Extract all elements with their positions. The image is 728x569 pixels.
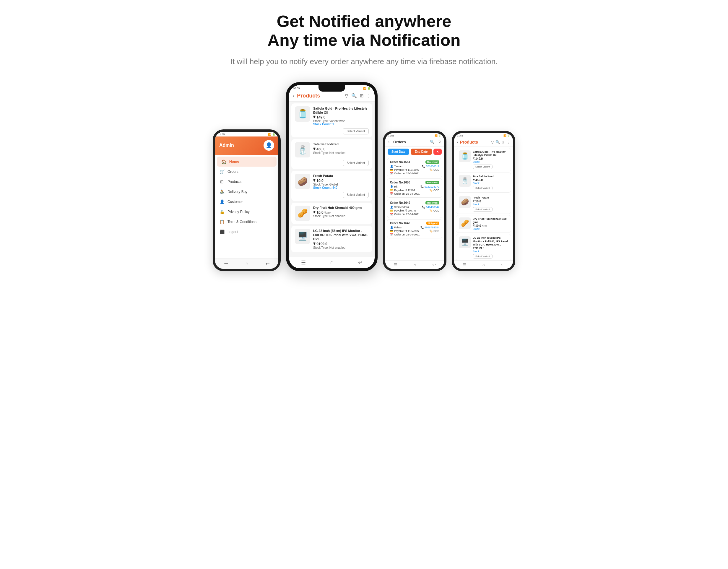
product-info-3: Fresh Potato ₹ 10.0 Stock Type: Global S… xyxy=(313,174,369,189)
nav-item-home[interactable]: 🏠 Home xyxy=(217,157,277,167)
right-select-btn-2[interactable]: Select Varient xyxy=(473,186,493,190)
orders-icon: 🛒 xyxy=(219,169,225,174)
end-date-btn[interactable]: End Date xyxy=(411,149,432,155)
order-number-1651: Order No.1651 xyxy=(390,160,410,164)
right-product-2: 🧂 Tata Salt Iodized ₹ 450.0 Stock: Selec… xyxy=(456,173,511,193)
back-icon-orders[interactable]: ↩ xyxy=(432,262,436,267)
right-back-icon[interactable]: ‹ xyxy=(457,140,458,144)
product-card-1: 🫙 Saffola Gold - Pro Healthy Lifestyle E… xyxy=(291,103,372,138)
right-select-btn-1[interactable]: Select Varient xyxy=(473,165,493,169)
page-container: Get Notified anywhere Any time via Notif… xyxy=(182,12,546,271)
customer-1651: Yaman xyxy=(394,165,402,168)
product-img-1: 🫙 xyxy=(295,106,310,122)
center-product-list: 🫙 Saffola Gold - Pro Healthy Lifestyle E… xyxy=(289,103,375,252)
hero-title: Get Notified anywhere Any time via Notif… xyxy=(182,12,546,50)
menu-icon-right[interactable]: ☰ xyxy=(462,262,466,267)
right-product-img-1: 🫙 xyxy=(459,150,471,162)
right-product-stock-3: Stock: xyxy=(473,203,508,206)
phone-1650[interactable]: 9122124270 xyxy=(425,185,439,188)
order-card-1651: Order No.1651 Received 👤Yaman 📞571656511… xyxy=(387,158,442,177)
order-number-1648: Order No.1648 xyxy=(390,222,410,225)
back-bottom-icon[interactable]: ↩ xyxy=(358,259,363,266)
order-card-1648: Order No.1648 Shipped 👤Faizan 📞995678425… xyxy=(387,219,442,238)
right-product-info-2: Tata Salt Iodized ₹ 450.0 Stock: Select … xyxy=(473,175,508,190)
nav-item-customer[interactable]: 👤 Customer xyxy=(215,197,278,207)
product-stock-type-4: Stock Type: Not enabled xyxy=(313,214,369,218)
left-phone: 11:55 📶 🔋 Admin 👤 🏠 Home 🛒 Orders ⊞ Pr xyxy=(213,129,281,271)
search-icon[interactable]: 🔍 xyxy=(351,93,357,98)
product-name-2: Tata Salt Iodized xyxy=(313,142,369,146)
right-product-price-4: ₹ 10.0 ₹280 xyxy=(473,224,508,227)
product-img-3: 🥔 xyxy=(295,174,310,189)
filter-icon[interactable]: ▽ xyxy=(345,93,348,98)
product-img-4: 🥜 xyxy=(295,206,310,221)
back-icon[interactable]: ↩ xyxy=(266,261,269,266)
customer-1650: Rk xyxy=(394,185,397,188)
back-arrow-icon[interactable]: ‹ xyxy=(293,93,294,98)
nav-item-privacy[interactable]: 🔒 Privacy Policy xyxy=(215,207,278,217)
right-product-name-3: Fresh Potato xyxy=(473,196,508,200)
left-nav-list: 🏠 Home 🛒 Orders ⊞ Products 🚴 Delivery Bo… xyxy=(215,155,278,239)
privacy-icon: 🔒 xyxy=(219,209,225,214)
home-bottom-center-icon[interactable]: ⌂ xyxy=(330,259,334,266)
start-date-btn[interactable]: Start Date xyxy=(388,149,409,155)
orders-app-bar: ‹ Orders 🔍 ▽ xyxy=(385,138,444,147)
product-stock-type-3: Stock Type: Global xyxy=(313,183,369,186)
payment-1648: COD xyxy=(433,230,439,233)
right-app-bar: ‹ Products ▽ 🔍 ⊞ ⋮ xyxy=(454,138,513,147)
home-bottom-icon[interactable]: ⌂ xyxy=(246,261,248,266)
left-bottom-bar: ☰ ⌂ ↩ xyxy=(215,258,278,269)
select-variant-btn-2[interactable]: Select Varient xyxy=(343,160,369,166)
right-product-price-5: ₹ 9199.0 xyxy=(473,247,508,250)
right-product-img-3: 🥔 xyxy=(459,196,471,208)
nav-item-orders[interactable]: 🛒 Orders xyxy=(215,167,278,177)
orders-status-bar: 11:55 📶 🔋 xyxy=(385,133,444,138)
orders-search-icon[interactable]: 🔍 xyxy=(430,140,434,144)
orders-filter-icon[interactable]: ▽ xyxy=(438,140,441,144)
terms-icon: 📋 xyxy=(219,220,225,224)
menu-bottom-icon[interactable]: ☰ xyxy=(301,259,306,266)
right-product-info-3: Fresh Potato ₹ 10.0 Stock: Select Varien… xyxy=(473,196,508,212)
phone-1651[interactable]: 571656511 xyxy=(426,165,439,168)
product-stock-type-1: Stock Type: Varient wise xyxy=(313,119,369,123)
select-variant-btn-3[interactable]: Select Varient xyxy=(343,192,369,198)
product-name-4: Dry Fruit Hub Khenaizi 400 gms xyxy=(313,206,369,210)
right-more-icon[interactable]: ⋮ xyxy=(506,140,510,144)
right-filter-icon[interactable]: ▽ xyxy=(491,140,494,144)
right-product-name-1: Saffola Gold - Pro Healthy Lifestyle Edi… xyxy=(473,150,508,157)
right-product-stock-2: Stock: xyxy=(473,182,508,185)
right-product-4: 🥜 Dry Fruit Hub Khenaizi 400 gms ₹ 10.0 … xyxy=(456,215,511,233)
order-badge-1651: Received xyxy=(425,160,439,164)
phone-1648[interactable]: 9956784254 xyxy=(425,226,439,229)
right-select-btn-5[interactable]: Select Varient xyxy=(473,254,493,259)
order-badge-1649: Received xyxy=(425,201,439,204)
phone-1649[interactable]: 546433344 xyxy=(426,206,439,209)
product-price-2: ₹ 450.0 xyxy=(313,147,369,151)
right-product-name-4: Dry Fruit Hub Khenaizi 400 gms xyxy=(473,217,508,224)
avatar: 👤 xyxy=(264,140,274,151)
home-icon-right[interactable]: ⌂ xyxy=(482,262,485,267)
nav-item-products[interactable]: ⊞ Products xyxy=(215,177,278,187)
customer-1648: Faizan xyxy=(394,226,402,229)
more-icon[interactable]: ⋮ xyxy=(367,93,371,98)
menu-icon[interactable]: ☰ xyxy=(224,261,228,266)
select-variant-btn-1[interactable]: Select Varient xyxy=(343,128,369,134)
orders-filter-row: Start Date End Date ✕ xyxy=(385,147,444,157)
back-icon-right[interactable]: ↩ xyxy=(501,262,505,267)
product-card-5: 🖥️ LG 22 inch (55cm) IPS Monitor - Full … xyxy=(291,226,372,252)
orders-back-icon[interactable]: ‹ xyxy=(388,140,389,144)
clear-filter-btn[interactable]: ✕ xyxy=(433,149,442,155)
right-status-bar: 11:55 📶 🔋 xyxy=(454,133,513,138)
grid-icon[interactable]: ⊞ xyxy=(360,93,364,98)
nav-item-delivery-boy[interactable]: 🚴 Delivery Boy xyxy=(215,187,278,197)
home-icon-orders[interactable]: ⌂ xyxy=(414,262,416,267)
nav-item-logout[interactable]: ⬛ Logout xyxy=(215,227,278,237)
product-info-5: LG 22 inch (55cm) IPS Monitor - Full HD,… xyxy=(313,229,369,249)
left-status-bar: 11:55 📶 🔋 xyxy=(215,132,278,136)
right-search-icon[interactable]: 🔍 xyxy=(495,140,500,144)
menu-icon-orders[interactable]: ☰ xyxy=(394,262,397,267)
product-name-3: Fresh Potato xyxy=(313,174,369,178)
right-select-btn-3[interactable]: Select Varient xyxy=(473,207,493,212)
right-grid-icon[interactable]: ⊞ xyxy=(502,140,505,144)
nav-item-terms[interactable]: 📋 Term & Conditions xyxy=(215,217,278,227)
